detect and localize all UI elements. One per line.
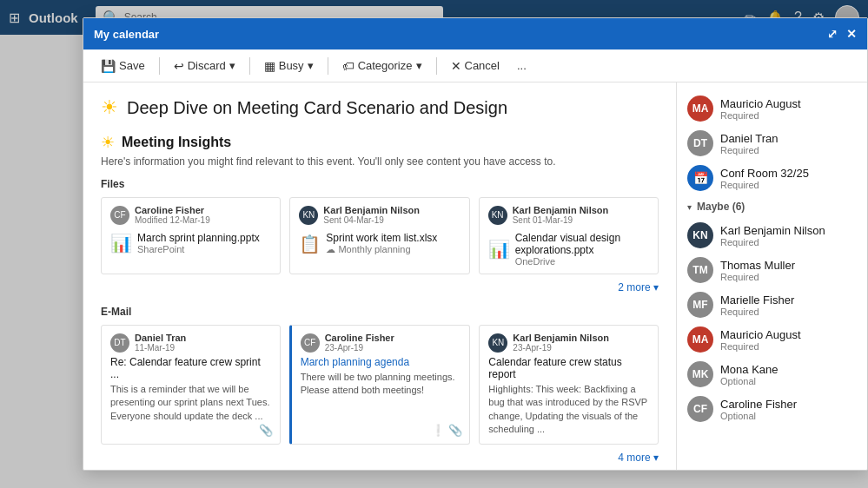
- cancel-icon: ✕: [451, 59, 461, 73]
- insights-title: Meeting Insights: [122, 135, 231, 150]
- modal-main-content: ☀ Deep Dive on Meeting Card Scenario and…: [83, 82, 676, 470]
- file-card-1-avatar: KN: [299, 206, 318, 225]
- discard-chevron-icon: ▾: [229, 59, 235, 72]
- file-card-0-avatar: CF: [110, 206, 129, 225]
- popout-icon[interactable]: ⤢: [827, 27, 838, 41]
- attendee-maybe-name-1: Thomas Muller: [720, 259, 857, 272]
- email-preview-0: This is a reminder that we will be prese…: [110, 383, 271, 423]
- email-card-2-header: KN Karl Benjamin Nilson 23-Apr-19: [488, 333, 649, 353]
- attendee-maybe-info-1: Thomas Muller Required: [720, 259, 857, 282]
- attendee-maybe-avatar-4: MK: [687, 361, 713, 387]
- email-more-link[interactable]: 4 more ▾: [101, 452, 659, 464]
- attendee-maybe-info-5: Caroline Fisher Optional: [720, 398, 857, 421]
- maybe-chevron-icon: ▾: [687, 202, 692, 212]
- attendee-maybe-1[interactable]: TM Thomas Muller Required: [677, 253, 867, 287]
- attendee-required-2[interactable]: 📅 Conf Room 32/25 Required: [677, 161, 867, 195]
- event-title-row: ☀ Deep Dive on Meeting Card Scenario and…: [101, 96, 659, 119]
- file-card-0[interactable]: CF Caroline Fisher Modified 12-Mar-19 📊 …: [101, 197, 281, 274]
- files-grid: CF Caroline Fisher Modified 12-Mar-19 📊 …: [101, 197, 659, 274]
- file-card-2-date: Sent 01-Mar-19: [513, 215, 609, 225]
- file-source-0: SharePoint: [137, 244, 260, 254]
- file-card-0-header: CF Caroline Fisher Modified 12-Mar-19: [110, 205, 271, 225]
- modal-titlebar: My calendar ⤢ ✕: [83, 18, 867, 49]
- file-card-0-content: 📊 March sprint planning.pptx SharePoint: [110, 232, 271, 254]
- toolbar-divider-2: [249, 57, 250, 75]
- files-more-link[interactable]: 2 more ▾: [101, 281, 659, 293]
- attendee-required-1[interactable]: DT Daniel Tran Required: [677, 126, 867, 161]
- file-card-1[interactable]: KN Karl Benjamin Nilson Sent 04-Mar-19 📋…: [289, 197, 469, 274]
- file-card-1-person: Karl Benjamin Nilson: [323, 205, 420, 215]
- attendee-maybe-role-3: Required: [720, 341, 857, 352]
- file-card-2[interactable]: KN Karl Benjamin Nilson Sent 01-Mar-19 📊…: [479, 197, 659, 274]
- email-label: E-Mail: [101, 306, 659, 318]
- file-card-2-person: Karl Benjamin Nilson: [513, 205, 609, 215]
- modal-body: ☀ Deep Dive on Meeting Card Scenario and…: [83, 82, 867, 470]
- email-card-2[interactable]: KN Karl Benjamin Nilson 23-Apr-19 Calend…: [479, 325, 659, 445]
- maybe-title: Maybe (6): [697, 201, 745, 213]
- toolbar-divider-3: [328, 57, 328, 75]
- save-icon: 💾: [101, 59, 116, 73]
- email-card-1-header: CF Caroline Fisher 23-Apr-19: [301, 333, 461, 353]
- event-icon: ☀: [101, 96, 118, 119]
- discard-icon: ↩: [174, 59, 184, 73]
- email-card-1[interactable]: CF Caroline Fisher 23-Apr-19 March plann…: [289, 325, 471, 445]
- attendee-maybe-info-0: Karl Benjamin Nilson Required: [720, 224, 857, 247]
- attendee-name-2: Conf Room 32/25: [720, 167, 857, 180]
- attendee-maybe-avatar-5: CF: [687, 396, 713, 422]
- file-card-1-header: KN Karl Benjamin Nilson Sent 04-Mar-19: [299, 205, 460, 225]
- file-card-0-date: Modified 12-Mar-19: [135, 215, 210, 225]
- email-date-2: 23-Apr-19: [513, 343, 609, 353]
- attendee-maybe-avatar-0: KN: [687, 222, 713, 248]
- file-card-2-content: 📊 Calendar visual design explorations.pp…: [488, 232, 649, 267]
- attendee-maybe-name-3: Mauricio August: [720, 328, 857, 341]
- categorize-button[interactable]: 🏷 Categorize ▾: [335, 56, 429, 76]
- more-button[interactable]: ...: [510, 56, 533, 76]
- email-avatar-2: KN: [488, 333, 507, 353]
- discard-button[interactable]: ↩ Discard ▾: [167, 56, 242, 76]
- attendee-maybe-avatar-2: MF: [687, 292, 713, 318]
- attendee-maybe-5[interactable]: CF Caroline Fisher Optional: [677, 392, 867, 426]
- attendee-maybe-2[interactable]: MF Marielle Fisher Required: [677, 287, 867, 322]
- close-icon[interactable]: ✕: [846, 27, 857, 41]
- modal-title: My calendar: [94, 28, 820, 41]
- attendee-maybe-avatar-3: MA: [687, 326, 713, 353]
- modal-toolbar: 💾 Save ↩ Discard ▾ ▦ Busy ▾ 🏷 Categorize…: [83, 49, 867, 82]
- file-card-1-content: 📋 Sprint work item list.xlsx ☁ Monthly p…: [299, 232, 460, 255]
- email-sender-2: Karl Benjamin Nilson: [513, 333, 609, 343]
- attendee-required-0[interactable]: MA Mauricio August Required: [677, 91, 867, 126]
- attendee-maybe-role-4: Optional: [720, 376, 857, 386]
- categorize-icon: 🏷: [342, 59, 354, 73]
- maybe-header[interactable]: ▾ Maybe (6): [677, 195, 867, 218]
- attendee-maybe-name-4: Mona Kane: [720, 363, 857, 376]
- attachment-icon-1: 📎: [448, 424, 462, 437]
- email-grid: DT Daniel Tran 11-Mar-19 Re: Calendar fe…: [101, 325, 659, 445]
- attendee-maybe-role-0: Required: [720, 237, 857, 247]
- important-icon-1: ❕: [431, 424, 445, 437]
- attendee-maybe-name-5: Caroline Fisher: [720, 398, 857, 411]
- busy-icon: ▦: [264, 59, 275, 73]
- attendee-maybe-4[interactable]: MK Mona Kane Optional: [677, 357, 867, 392]
- email-date-0: 11-Mar-19: [135, 343, 186, 353]
- cancel-button[interactable]: ✕ Cancel: [444, 56, 507, 76]
- file-card-2-avatar: KN: [488, 206, 507, 225]
- save-button[interactable]: 💾 Save: [94, 56, 152, 76]
- attendee-maybe-3[interactable]: MA Mauricio August Required: [677, 322, 867, 357]
- attendee-info-0: Mauricio August Required: [720, 97, 857, 121]
- attendee-maybe-role-5: Optional: [720, 411, 857, 421]
- conf-room-icon: 📅: [693, 171, 708, 185]
- pptx-icon-0: 📊: [110, 233, 132, 254]
- attendee-maybe-info-3: Mauricio August Required: [720, 328, 857, 352]
- attendee-role-2: Required: [720, 180, 857, 190]
- event-title: Deep Dive on Meeting Card Scenario and D…: [127, 98, 507, 118]
- modal-title-actions: ⤢ ✕: [827, 27, 857, 41]
- email-card-1-icons: ❕ 📎: [431, 424, 462, 437]
- busy-button[interactable]: ▦ Busy ▾: [257, 56, 321, 76]
- email-card-0-header: DT Daniel Tran 11-Mar-19: [110, 333, 271, 353]
- attendee-maybe-0[interactable]: KN Karl Benjamin Nilson Required: [677, 218, 867, 253]
- toolbar-divider-4: [436, 57, 437, 75]
- attendee-avatar-2: 📅: [687, 165, 713, 191]
- file-card-2-header: KN Karl Benjamin Nilson Sent 01-Mar-19: [488, 205, 649, 225]
- attendee-name-0: Mauricio August: [720, 97, 857, 110]
- attendee-maybe-avatar-1: TM: [687, 257, 713, 283]
- email-card-0[interactable]: DT Daniel Tran 11-Mar-19 Re: Calendar fe…: [101, 325, 281, 445]
